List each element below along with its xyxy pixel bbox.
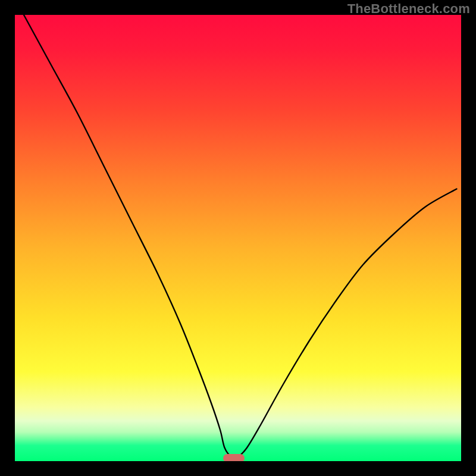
curve-svg: [15, 15, 461, 461]
bottleneck-curve: [24, 15, 457, 458]
plot-area: [15, 15, 461, 461]
chart-frame: TheBottleneck.com: [0, 0, 476, 476]
optimal-point-marker: [223, 454, 245, 461]
watermark-text: TheBottleneck.com: [347, 1, 470, 17]
